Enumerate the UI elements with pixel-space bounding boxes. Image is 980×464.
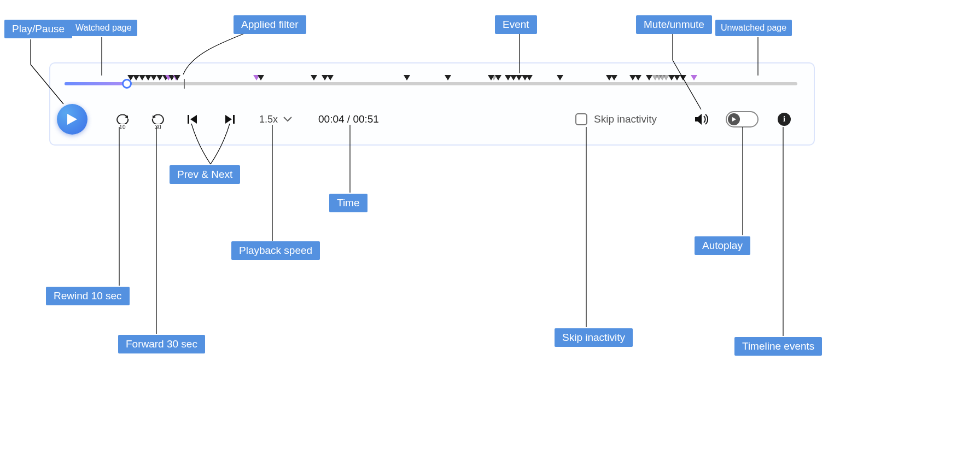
event-marker[interactable] <box>404 75 410 80</box>
forward-amount-label: 30 <box>155 124 161 130</box>
skip-inactivity-checkbox[interactable] <box>575 113 587 125</box>
svg-rect-1 <box>233 115 235 124</box>
watched-track <box>65 82 127 85</box>
callout-autoplay: Autoplay <box>695 236 750 255</box>
skip-prev-icon <box>187 114 198 125</box>
play-pause-button[interactable] <box>57 104 88 135</box>
callout-skip-inactivity: Skip inactivity <box>555 328 633 347</box>
next-button[interactable] <box>224 114 235 125</box>
controls-row: 10 30 1.5x 00:04 / 00:51 <box>50 97 814 141</box>
time-display: 00:04 / 00:51 <box>318 113 379 125</box>
callout-watched-page: Watched page <box>70 20 137 36</box>
playback-speed-selector[interactable]: 1.5x <box>259 114 292 125</box>
callout-forward-30: Forward 30 sec <box>118 335 205 353</box>
event-marker[interactable] <box>691 75 697 80</box>
callout-prev-next: Prev & Next <box>170 165 240 184</box>
svg-rect-0 <box>188 115 189 124</box>
event-marker[interactable] <box>557 75 563 80</box>
playhead[interactable] <box>122 79 132 89</box>
callout-timeline-events: Timeline events <box>734 337 822 356</box>
forward-30-button[interactable]: 30 <box>150 114 166 124</box>
callout-play-pause: Play/Pause <box>4 20 72 38</box>
callout-event: Event <box>495 15 537 34</box>
time-text: 00:04 / 00:51 <box>318 113 379 125</box>
rewind-arrow-icon <box>115 114 130 124</box>
play-icon <box>66 113 78 126</box>
rewind-10-button[interactable]: 10 <box>115 114 130 124</box>
speaker-icon <box>695 113 709 126</box>
timeline-events-info-button[interactable]: i <box>778 113 791 126</box>
event-marker[interactable] <box>526 75 533 80</box>
callout-rewind-10: Rewind 10 sec <box>46 287 130 305</box>
skip-inactivity-label: Skip inactivity <box>594 113 657 125</box>
callout-unwatched-page: Unwatched page <box>715 20 792 36</box>
event-marker[interactable] <box>445 75 451 80</box>
player-panel: 10 30 1.5x 00:04 / 00:51 <box>49 62 815 146</box>
event-marker[interactable] <box>611 75 617 80</box>
callout-time: Time <box>329 194 368 212</box>
event-marker[interactable] <box>680 75 686 80</box>
callout-mute-unmute: Mute/unmute <box>636 15 712 34</box>
skip-next-icon <box>224 114 235 125</box>
forward-arrow-icon <box>150 114 166 124</box>
mute-unmute-button[interactable] <box>695 113 709 126</box>
info-icon: i <box>783 115 785 124</box>
callout-applied-filter: Applied filter <box>234 15 306 34</box>
playback-speed-value: 1.5x <box>259 114 278 125</box>
applied-filter-marker <box>184 79 185 89</box>
event-marker[interactable] <box>635 75 641 80</box>
autoplay-toggle-knob <box>728 113 740 125</box>
event-marker[interactable] <box>311 75 317 80</box>
play-small-icon <box>731 117 737 122</box>
prev-button[interactable] <box>187 114 198 125</box>
event-marker[interactable] <box>174 75 180 80</box>
timeline[interactable] <box>65 77 797 88</box>
event-marker[interactable] <box>327 75 334 80</box>
rewind-amount-label: 10 <box>119 124 126 130</box>
unwatched-track <box>65 82 797 85</box>
callout-playback-speed: Playback speed <box>231 241 320 260</box>
event-marker[interactable] <box>258 75 264 80</box>
chevron-down-icon <box>283 117 292 122</box>
autoplay-toggle[interactable] <box>726 111 759 127</box>
event-marker[interactable] <box>495 75 501 80</box>
